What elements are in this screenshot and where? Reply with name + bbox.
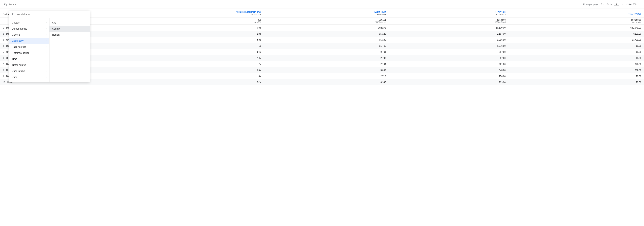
row-number: 4 (3, 45, 4, 47)
dropdown-search-input[interactable] (16, 13, 87, 16)
next-page-button[interactable]: › (638, 2, 640, 7)
table-body: 1 Direct 33s 302,276 16,139.00 $39,048.9… (0, 25, 644, 85)
sub-item-label: City (52, 21, 56, 24)
event-count-col-title[interactable]: Event count (374, 11, 386, 13)
table-row: 2 Direct 23s 26,120 1,187.00 $239.20 (0, 31, 644, 37)
table-row: 4 Direct 41s 21,465 1,276.00 $0.00 (0, 43, 644, 49)
row-number: 3 (3, 39, 4, 41)
table-row: 9 Direct 5s 2,718 156.00 $0.00 (0, 73, 644, 79)
row-total-revenue: $0.00 (508, 49, 644, 55)
row-number: 5 (3, 51, 4, 53)
table-row: 6 Organic Search 10s 2,703 37.00 $0.00 (0, 55, 644, 61)
table-header-row: First user prim...Channel Group) ▾ Avera… (0, 9, 644, 18)
menu-item[interactable]: User› (9, 74, 49, 80)
prev-page-button[interactable]: ‹ (622, 2, 624, 7)
top-bar: Rows per page: 10 ▾ Go to: ‹ 1-10 of 330… (0, 0, 644, 9)
engagement-dropdown-icon: ▾ (260, 14, 261, 15)
row-total-revenue: $239.20 (508, 31, 644, 37)
menu-item[interactable]: Page / screen› (9, 44, 49, 50)
menu-item-label: Platform / device (12, 52, 29, 54)
menu-item-arrow-icon: › (46, 64, 46, 66)
global-search-input[interactable] (8, 3, 42, 6)
menu-item[interactable]: Platform / device› (9, 50, 49, 56)
table-row: 1 Direct 33s 302,276 16,139.00 $39,048.9… (0, 25, 644, 31)
row-key-events: 261.00 (388, 61, 508, 67)
sub-menu-item[interactable]: Country (50, 26, 90, 32)
row-total-revenue: $0.00 (508, 79, 644, 85)
menu-item-arrow-icon: › (46, 58, 46, 60)
row-number: 10 (3, 81, 5, 83)
menu-item[interactable]: Demographics› (9, 26, 49, 32)
table-row: 8 Referral 23s 5,069 543.00 $22.00 (0, 67, 644, 73)
dimension-dropdown-menu[interactable]: Custom›Demographics›General›Geography›Pa… (9, 11, 90, 82)
row-key-events: 987.00 (388, 49, 508, 55)
menu-item-arrow-icon: › (46, 22, 46, 24)
row-event-count: 2,718 (264, 73, 388, 79)
menu-item[interactable]: Time› (9, 56, 49, 62)
summary-event-count: 504,111 100% of total (264, 18, 388, 25)
row-event-count: 2,104 (264, 61, 388, 67)
row-total-revenue: $0.00 (508, 73, 644, 79)
menu-item[interactable]: Custom› (9, 20, 49, 26)
row-total-revenue: $22.00 (508, 67, 644, 73)
sub-item-label: Region (52, 34, 60, 36)
page-range-text: 1-10 of 330 (626, 3, 636, 6)
menu-item[interactable]: User lifetime› (9, 68, 49, 74)
col-header-event-count: Event count All events ▾ (264, 9, 388, 18)
menu-item-arrow-icon: › (46, 76, 46, 78)
row-total-revenue: $7,769.00 (508, 37, 644, 43)
rows-per-page-select[interactable]: 10 ▾ (600, 3, 604, 6)
event-count-col-subtitle[interactable]: All events ▾ (377, 13, 386, 15)
row-total-revenue: $72.80 (508, 61, 644, 67)
row-total-revenue: $0.00 (508, 43, 644, 49)
menu-item-label: Time (12, 58, 17, 60)
menu-item-label: User (12, 76, 17, 78)
engagement-col-title[interactable]: Average engagement time (236, 11, 261, 13)
rows-per-page-label: Rows per page: (583, 3, 598, 6)
menu-item-arrow-icon: › (46, 70, 46, 72)
summary-total-revenue: $50,288.53 100% of total (508, 18, 644, 25)
menu-item-label: User lifetime (12, 70, 25, 72)
row-total-revenue: $39,048.93 (508, 25, 644, 31)
menu-item-arrow-icon: › (46, 52, 46, 54)
row-event-count: 2,703 (264, 55, 388, 61)
menu-item-label: Custom (12, 21, 20, 24)
menu-item[interactable]: Geography› (9, 38, 49, 44)
dropdown-search-icon (12, 13, 14, 16)
row-total-revenue: $0.00 (508, 55, 644, 61)
row-number: 9 (3, 75, 4, 77)
summary-key-events: 31,584.00 100% of total (388, 18, 508, 25)
row-key-events: 1,276.00 (388, 43, 508, 49)
key-events-col-subtitle[interactable]: All events ▾ (496, 13, 506, 15)
row-key-events: 16,139.00 (388, 25, 508, 31)
row-event-count: 35,105 (264, 37, 388, 43)
sub-menu-item[interactable]: City (50, 20, 90, 26)
pagination-area: Rows per page: 10 ▾ Go to: ‹ 1-10 of 330… (583, 2, 640, 7)
row-key-events: 3,916.00 (388, 37, 508, 43)
event-count-dropdown-icon: ▾ (385, 14, 386, 15)
total-revenue-col-title[interactable]: Total revenue (628, 13, 641, 15)
menu-item-arrow-icon: › (46, 40, 46, 42)
menu-item-label: Traffic source (12, 64, 26, 66)
row-number: 8 (3, 69, 4, 71)
sub-item-label: Country (52, 27, 60, 30)
row-key-events: 299.00 (388, 79, 508, 85)
menu-item[interactable]: General› (9, 32, 49, 38)
menu-item[interactable]: Traffic source› (9, 62, 49, 68)
table-row: 7 Direct 2s 2,104 261.00 $72.80 (0, 61, 644, 67)
sub-items-list: CityCountryRegion (50, 18, 90, 82)
sub-menu-item[interactable]: Region (50, 32, 90, 38)
row-key-events: 1,187.00 (388, 31, 508, 37)
engagement-col-subtitle[interactable]: All events ▾ (252, 13, 261, 15)
dropdown-search-bar (9, 11, 90, 18)
row-event-count: 6,946 (264, 79, 388, 85)
search-icon (4, 3, 7, 6)
svg-line-1 (6, 5, 6, 5)
menu-item-label: Page / screen (12, 46, 26, 48)
main-table: First user prim...Channel Group) ▾ Avera… (0, 9, 644, 85)
col-header-key-events: Key events All events ▾ (388, 9, 508, 18)
key-events-col-title[interactable]: Key events (495, 11, 506, 13)
menu-item-arrow-icon: › (46, 46, 46, 48)
table-row: 3 Organic Search 50s 35,105 3,916.00 $7,… (0, 37, 644, 43)
go-to-input[interactable] (614, 3, 619, 6)
